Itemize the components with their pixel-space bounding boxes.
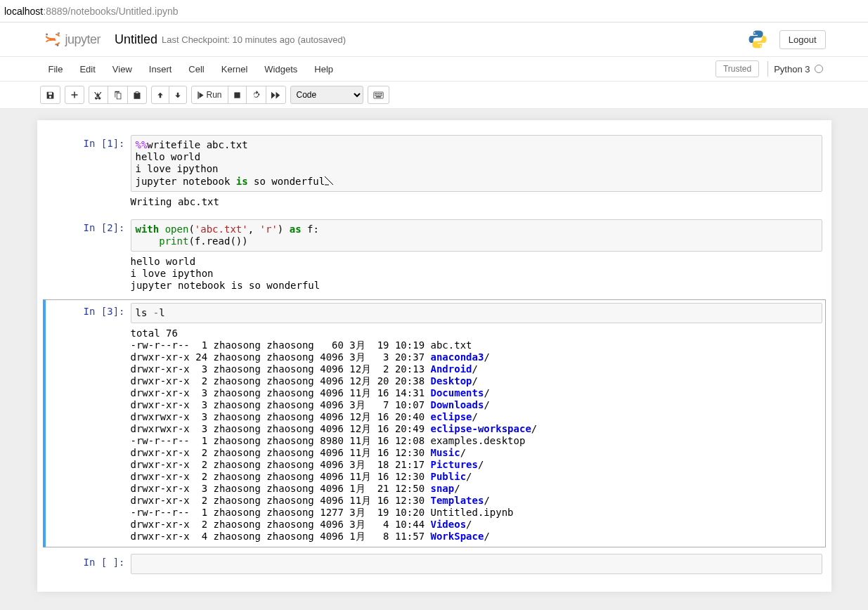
input-prompt: In [3]: xyxy=(46,303,131,544)
svg-point-3 xyxy=(57,32,60,35)
cut-button[interactable] xyxy=(89,86,108,104)
kernel-name: Python 3 xyxy=(774,64,810,74)
menu-file[interactable]: File xyxy=(40,58,72,80)
autosave-status: (autosaved) xyxy=(297,34,346,45)
paste-button[interactable] xyxy=(127,86,147,104)
code-cell[interactable]: In [3]: ls -l total 76 -rw-r--r-- 1 zhao… xyxy=(43,299,826,547)
cell-output: hello world i love ipython jupyter noteb… xyxy=(131,252,822,293)
svg-point-0 xyxy=(46,34,58,39)
svg-rect-16 xyxy=(377,94,379,96)
cell-type-select[interactable]: Code xyxy=(290,86,363,104)
menu-kernel[interactable]: Kernel xyxy=(213,58,257,80)
input-prompt: In [2]: xyxy=(46,219,131,293)
move-down-button[interactable] xyxy=(169,86,187,104)
text-cursor xyxy=(325,176,330,186)
svg-rect-7 xyxy=(234,92,240,98)
cell-output: Writing abc.txt xyxy=(131,192,822,209)
address-host: localhost xyxy=(4,6,43,17)
svg-rect-13 xyxy=(381,93,382,94)
code-input[interactable] xyxy=(131,554,822,574)
menu-help[interactable]: Help xyxy=(306,58,342,80)
svg-rect-9 xyxy=(375,93,376,94)
restart-run-all-button[interactable] xyxy=(266,86,286,104)
input-prompt: In [ ]: xyxy=(46,554,131,574)
menu-widgets[interactable]: Widgets xyxy=(256,58,306,80)
copy-icon xyxy=(113,91,122,100)
cell-output: total 76 -rw-r--r-- 1 zhaosong zhaosong … xyxy=(131,323,822,544)
svg-point-5 xyxy=(753,32,755,34)
svg-rect-12 xyxy=(380,93,381,94)
run-icon xyxy=(197,91,204,99)
input-prompt: In [1]: xyxy=(46,135,131,209)
menu-insert[interactable]: Insert xyxy=(141,58,181,80)
save-button[interactable] xyxy=(40,86,60,104)
svg-rect-11 xyxy=(377,93,379,94)
svg-rect-15 xyxy=(376,94,377,96)
svg-rect-19 xyxy=(375,96,381,98)
copy-button[interactable] xyxy=(108,86,128,104)
add-cell-button[interactable] xyxy=(65,86,84,104)
restart-icon xyxy=(252,91,261,100)
address-path: :8889/notebooks/Untitled.ipynb xyxy=(43,6,178,17)
fast-forward-icon xyxy=(271,91,280,99)
logout-button[interactable]: Logout xyxy=(779,30,826,49)
notebook-container: In [1]: %%writefile abc.txt hello world … xyxy=(37,120,831,592)
kernel-idle-icon xyxy=(815,65,823,73)
svg-rect-14 xyxy=(375,94,376,96)
run-button[interactable]: Run xyxy=(191,86,228,104)
menu-cell[interactable]: Cell xyxy=(180,58,212,80)
trusted-indicator[interactable]: Trusted xyxy=(715,60,759,77)
code-input[interactable]: %%writefile abc.txt hello world i love i… xyxy=(131,135,822,192)
svg-point-1 xyxy=(46,40,58,45)
python-icon xyxy=(747,29,768,50)
plus-icon xyxy=(70,91,79,99)
svg-rect-10 xyxy=(376,93,377,94)
svg-rect-17 xyxy=(380,94,381,96)
menu-edit[interactable]: Edit xyxy=(71,58,103,80)
code-cell[interactable]: In [ ]: xyxy=(43,550,826,578)
paste-icon xyxy=(133,91,141,100)
run-label: Run xyxy=(207,90,222,100)
jupyter-logo[interactable]: jupyter xyxy=(43,30,101,49)
code-cell[interactable]: In [2]: with open('abc.txt', 'r') as f: … xyxy=(43,216,826,297)
command-palette-button[interactable] xyxy=(368,86,389,104)
code-cell[interactable]: In [1]: %%writefile abc.txt hello world … xyxy=(43,131,826,213)
keyboard-icon xyxy=(373,91,384,99)
jupyter-icon xyxy=(43,30,63,49)
arrow-down-icon xyxy=(174,91,181,100)
code-input[interactable]: with open('abc.txt', 'r') as f: print(f.… xyxy=(131,219,822,252)
kernel-indicator[interactable]: Python 3 xyxy=(767,61,828,77)
svg-point-6 xyxy=(760,45,761,46)
checkpoint-status: Last Checkpoint: 10 minutes ago xyxy=(162,34,294,45)
move-up-button[interactable] xyxy=(151,86,169,104)
stop-icon xyxy=(233,91,241,99)
jupyter-text: jupyter xyxy=(65,32,101,47)
restart-button[interactable] xyxy=(246,86,266,104)
interrupt-button[interactable] xyxy=(228,86,247,104)
code-input[interactable]: ls -l xyxy=(131,303,822,323)
menu-view[interactable]: View xyxy=(104,58,141,80)
svg-point-2 xyxy=(46,34,48,36)
svg-rect-18 xyxy=(381,94,382,96)
save-icon xyxy=(46,91,55,100)
svg-point-4 xyxy=(56,44,58,46)
arrow-up-icon xyxy=(157,91,164,100)
cut-icon xyxy=(94,91,103,100)
address-bar[interactable]: localhost:8889/notebooks/Untitled.ipynb xyxy=(0,0,868,22)
notebook-name[interactable]: Untitled xyxy=(115,32,157,47)
